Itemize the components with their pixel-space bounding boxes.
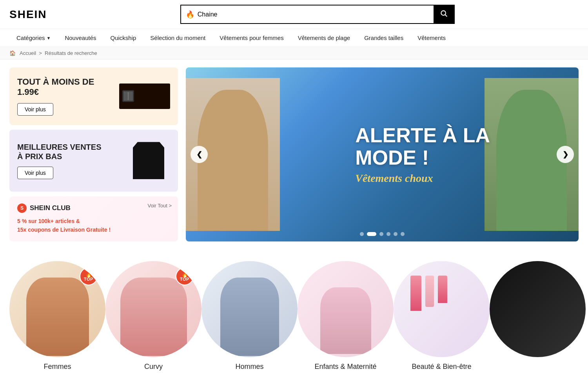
svg-point-0 [441, 11, 446, 15]
category-label-enfants: Enfants & Maternité [314, 363, 376, 371]
club-name: SHEIN CLUB [30, 204, 71, 212]
promo-panel-2: MEILLEURES VENTES À PRIX BAS Voir plus [9, 130, 178, 192]
promo-text-1: TOUT À MOINS DE 1.99€ Voir plus [17, 77, 94, 116]
category-beaute[interactable]: ❤️ Beauté & Bien-être [394, 261, 490, 371]
figure-curvy [120, 278, 187, 356]
category-label-curvy: Curvy [144, 363, 163, 371]
breadcrumb-text: 🏠 Accueil > Résultats de recherche [9, 50, 97, 56]
dot-3[interactable] [379, 232, 383, 236]
logo[interactable]: SHEIN [9, 8, 47, 21]
dot-6[interactable] [401, 232, 405, 236]
category-label-beaute: Beauté & Bien-être [412, 363, 471, 371]
search-bar: 🔥 [180, 5, 455, 24]
slider-next-button[interactable]: ❯ [557, 146, 574, 163]
flame-icon: 🔥 [186, 10, 194, 19]
promo2-button[interactable]: Voir plus [17, 167, 53, 179]
category-circle-femmes: 🔥 TOP [9, 261, 105, 357]
categories-section: 🔥 TOP Femmes 🔥 TOP Curvy Hommes Enfants … [0, 249, 588, 375]
category-curvy[interactable]: 🔥 TOP Curvy [105, 261, 201, 371]
figure-hommes [220, 278, 279, 356]
navigation: Catégories ▼ Nouveautés Quickship Sélect… [0, 29, 588, 47]
nav-item-grandes-tailles[interactable]: Grandes tailles [357, 29, 410, 47]
category-hommes[interactable]: Hommes [201, 261, 298, 371]
slider-dots [360, 232, 405, 236]
category-circle-enfants [298, 261, 394, 357]
jacket-image [127, 139, 170, 182]
hero-content: ALERTE À LA MODE ! Vêtements choux [186, 78, 579, 231]
promo1-button[interactable]: Voir plus [17, 103, 53, 116]
category-label-hommes: Hommes [235, 363, 263, 371]
breadcrumb: 🏠 Accueil > Résultats de recherche [0, 47, 588, 60]
club-highlight: Livraison Gratuite ! [60, 227, 111, 233]
hearts-decoration: ❤️ [474, 266, 484, 276]
lipstick-icon-2 [438, 276, 447, 303]
jacket-silhouette [133, 142, 164, 179]
club-link[interactable]: Voir Tout > [147, 203, 172, 209]
category-circle-beaute: ❤️ [394, 261, 490, 357]
category-circle-curvy: 🔥 TOP [105, 261, 201, 357]
hero-title: ALERTE À LA MODE ! [355, 124, 490, 169]
person-silhouette-left [198, 90, 268, 231]
belt-image [119, 83, 170, 109]
promo-text-2: MEILLEURES VENTES À PRIX BAS Voir plus [17, 142, 101, 179]
hero-script: Vêtements choux [355, 172, 490, 185]
nav-item-vetements-plage[interactable]: Vêtements de plage [291, 29, 357, 47]
slider-prev-button[interactable]: ❮ [191, 146, 208, 163]
dot-5[interactable] [394, 232, 397, 236]
nav-item-selection[interactable]: Sélection du moment [143, 29, 212, 47]
hero-text: ALERTE À LA MODE ! Vêtements choux [355, 124, 490, 185]
club-description: 5 % sur 100k+ articles & 15x coupons de … [17, 217, 170, 234]
svg-line-1 [445, 15, 447, 17]
figure-beaute [410, 276, 473, 354]
club-icon: S [17, 203, 27, 213]
top-badge-curvy: 🔥 TOP [176, 267, 194, 285]
shein-club-panel: S SHEIN CLUB Voir Tout > 5 % sur 100k+ a… [9, 196, 178, 241]
header: SHEIN 🔥 [0, 0, 588, 29]
top-badge-femmes: 🔥 TOP [80, 267, 98, 285]
nav-item-quickship[interactable]: Quickship [103, 29, 143, 47]
category-circle-hommes [201, 261, 298, 357]
nav-item-nouveautes[interactable]: Nouveautés [58, 29, 103, 47]
nav-item-vetements-femmes[interactable]: Vêtements pour femmes [212, 29, 290, 47]
nav-item-categories[interactable]: Catégories ▼ [9, 29, 58, 47]
category-femmes[interactable]: 🔥 TOP Femmes [9, 261, 105, 371]
category-enfants[interactable]: Enfants & Maternité [298, 261, 394, 371]
dot-2[interactable] [367, 232, 376, 236]
category-circle-extra [490, 261, 586, 357]
left-panels: TOUT À MOINS DE 1.99€ Voir plus MEILLEUR… [9, 67, 178, 241]
figure-enfants [320, 287, 371, 354]
chevron-down-icon: ▼ [47, 36, 51, 40]
nav-item-vetements[interactable]: Vêtements [410, 29, 453, 47]
category-extra[interactable] [490, 261, 586, 363]
lipgloss-icon [425, 276, 434, 307]
promo-panel-1: TOUT À MOINS DE 1.99€ Voir plus [9, 67, 178, 125]
lipstick-icon [410, 276, 421, 311]
main-content: TOUT À MOINS DE 1.99€ Voir plus MEILLEUR… [0, 60, 588, 249]
promo2-title: MEILLEURES VENTES À PRIX BAS [17, 142, 101, 161]
category-label-femmes: Femmes [44, 363, 71, 371]
dot-1[interactable] [360, 232, 364, 236]
dot-4[interactable] [387, 232, 390, 236]
search-button[interactable] [434, 5, 454, 23]
hero-slider: ALERTE À LA MODE ! Vêtements choux ❮ ❯ [186, 67, 579, 241]
promo1-title: TOUT À MOINS DE 1.99€ [17, 77, 94, 98]
search-input[interactable] [198, 11, 429, 18]
figure-femmes [26, 278, 89, 356]
person-silhouette-right [496, 90, 567, 231]
belt-buckle [122, 90, 134, 102]
search-input-wrap: 🔥 [181, 10, 434, 19]
